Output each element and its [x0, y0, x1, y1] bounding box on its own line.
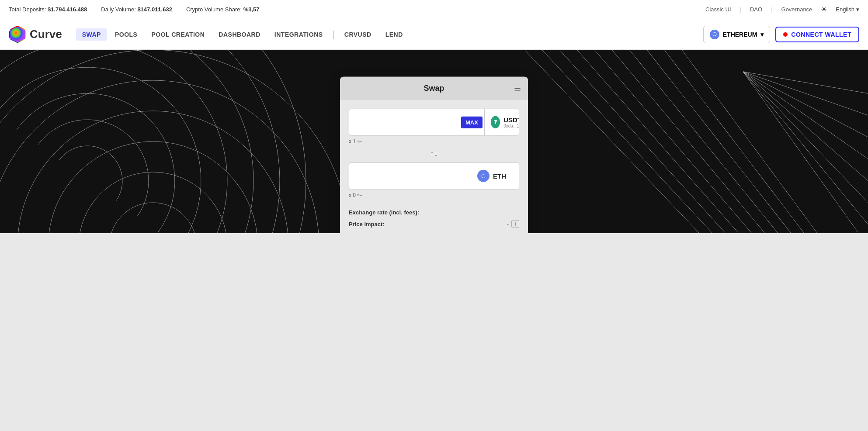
total-deposits: Total Deposits: $1.794.416.488 — [9, 6, 87, 13]
from-token-input-wrap: MAX ₮ USDT 0xda...1ec7 — [349, 109, 519, 136]
nav-bar: Curve SWAP POOLS POOL CREATION DASHBOARD… — [0, 19, 868, 50]
to-token-selector[interactable]: ⬡ ETH — [471, 163, 519, 189]
divider: | — [740, 6, 741, 13]
exchange-rate-row: Exchange rate (incl. fees): - — [349, 207, 519, 218]
trade-routed-label: Trade routed through: — [349, 232, 408, 233]
hero-section: Swap ⚌ MAX ₮ USDT 0xda...1ec7 x 1 ≈- ↑↓ — [0, 50, 868, 233]
swap-body: MAX ₮ USDT 0xda...1ec7 x 1 ≈- ↑↓ ⬡ — [340, 100, 528, 233]
nav-swap[interactable]: SWAP — [76, 28, 107, 41]
swap-title: Swap — [424, 84, 444, 93]
governance-link[interactable]: Governance — [781, 6, 812, 13]
swap-direction-toggle[interactable]: ↑↓ — [349, 149, 519, 158]
nav-integrations[interactable]: INTEGRATIONS — [268, 28, 329, 41]
swap-header: Swap ⚌ — [340, 77, 528, 100]
daily-volume: Daily Volume: $147.011.632 — [101, 6, 172, 13]
ethereum-icon: ⬡ — [710, 30, 719, 39]
nav-links: SWAP POOLS POOL CREATION DASHBOARD INTEG… — [76, 28, 409, 41]
classic-ui-link[interactable]: Classic UI — [705, 6, 731, 13]
stats-bar: Total Deposits: $1.794.416.488 Daily Vol… — [0, 0, 868, 19]
nav-pools[interactable]: POOLS — [109, 28, 144, 41]
svg-marker-2 — [10, 27, 25, 42]
trade-routed-value: - — [517, 232, 519, 233]
nav-left: Curve SWAP POOLS POOL CREATION DASHBOARD… — [9, 26, 409, 43]
stats-left: Total Deposits: $1.794.416.488 Daily Vol… — [9, 6, 260, 13]
price-impact-row: Price impact: - i — [349, 218, 519, 230]
to-rate-label: x 0 ≈- — [349, 192, 519, 198]
nav-pool-creation[interactable]: POOL CREATION — [145, 28, 211, 41]
crypto-volume-share: Crypto Volume Share: %3,57 — [186, 6, 260, 13]
nav-dashboard[interactable]: DASHBOARD — [212, 28, 267, 41]
trade-routed-row: Trade routed through: - — [349, 230, 519, 233]
exchange-rate-label: Exchange rate (incl. fees): — [349, 209, 419, 216]
swap-widget: Swap ⚌ MAX ₮ USDT 0xda...1ec7 x 1 ≈- ↑↓ — [340, 77, 528, 233]
max-button[interactable]: MAX — [461, 116, 483, 128]
to-amount-input[interactable] — [349, 171, 471, 180]
logo[interactable]: Curve — [9, 26, 62, 43]
bottom-section — [0, 233, 868, 386]
nav-lend[interactable]: LEND — [379, 28, 409, 41]
from-token-selector[interactable]: ₮ USDT 0xda...1ec7 — [484, 109, 519, 135]
nav-divider: | — [331, 29, 337, 39]
price-impact-info-icon[interactable]: i — [511, 220, 519, 228]
settings-icon[interactable]: ⚌ — [514, 83, 521, 93]
to-token-input-wrap: ⬡ ETH — [349, 162, 519, 190]
ethereum-network-button[interactable]: ⬡ ETHEREUM ▾ — [703, 26, 771, 43]
price-impact-value: - i — [507, 220, 519, 228]
language-selector[interactable]: English ▾ — [836, 6, 859, 13]
from-amount-input[interactable] — [349, 117, 461, 127]
usdt-icon: ₮ — [491, 116, 500, 128]
status-dot-icon — [783, 32, 788, 37]
theme-toggle-icon[interactable]: ☀ — [821, 5, 827, 14]
nav-right: ⬡ ETHEREUM ▾ CONNECT WALLET — [703, 26, 859, 43]
from-rate-label: x 1 ≈- — [349, 138, 519, 145]
divider2: | — [771, 6, 772, 13]
logo-text: Curve — [30, 28, 62, 41]
price-impact-label: Price impact: — [349, 221, 385, 227]
exchange-rate-value: - — [517, 209, 519, 216]
logo-icon — [9, 26, 26, 43]
info-section: Exchange rate (incl. fees): - Price impa… — [349, 207, 519, 233]
dao-link[interactable]: DAO — [750, 6, 762, 13]
connect-wallet-nav-button[interactable]: CONNECT WALLET — [775, 27, 859, 42]
nav-crvusd[interactable]: CRVUSD — [338, 28, 378, 41]
stats-right: Classic UI | DAO | Governance ☀ English … — [705, 5, 859, 14]
eth-icon: ⬡ — [477, 170, 490, 182]
